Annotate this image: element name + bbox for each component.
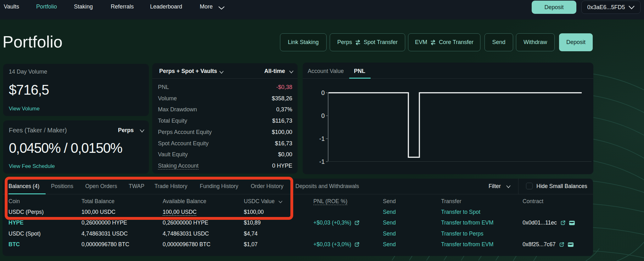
svg-text:-1: -1 (319, 158, 325, 165)
svg-text:-1: -1 (319, 135, 325, 142)
svg-text:0: 0 (321, 89, 325, 96)
svg-text:0: 0 (321, 112, 325, 119)
